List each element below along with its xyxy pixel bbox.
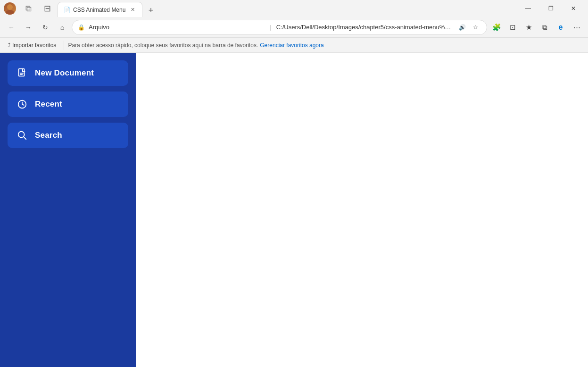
recent-label: Recent (35, 100, 62, 109)
protocol-label: Arquivo (89, 24, 265, 31)
search-label: Search (35, 131, 62, 140)
search-icon (16, 129, 28, 142)
svg-point-0 (7, 4, 13, 10)
edge-icon[interactable]: e (553, 20, 568, 35)
active-tab[interactable]: 📄 CSS Animated Menu ✕ (58, 2, 142, 17)
profile-avatar[interactable] (4, 2, 16, 15)
favorites-separator (64, 41, 64, 50)
menu-item-new-document[interactable]: New Document (8, 60, 128, 86)
svg-point-1 (6, 10, 14, 15)
security-icon: 🔒 (78, 24, 85, 31)
url-text: C:/Users/Dell/Desktop/Images/chapter5/cs… (276, 24, 453, 31)
favorites-info-text: Para obter acesso rápido, coloque seus f… (68, 42, 258, 49)
tab-bar: 📄 CSS Animated Menu ✕ + (58, 0, 513, 17)
minimize-button[interactable]: — (517, 0, 539, 17)
title-bar: ⧉ ⊟ 📄 CSS Animated Menu ✕ + — ❐ ✕ (0, 0, 588, 17)
maximize-button[interactable]: ❐ (540, 0, 562, 17)
split-screen-icon[interactable]: ⊡ (505, 20, 520, 35)
title-bar-left: ⧉ ⊟ (4, 2, 54, 15)
new-tab-button[interactable]: + (144, 4, 157, 17)
address-bar-icons: 🔊 ☆ (456, 22, 481, 33)
browser-window: ⧉ ⊟ 📄 CSS Animated Menu ✕ + — ❐ ✕ ← → ↻ … (0, 0, 588, 367)
page-content: New Document Recent (0, 53, 588, 367)
address-bar[interactable]: 🔒 Arquivo | C:/Users/Dell/Desktop/Images… (72, 20, 487, 35)
tab-favicon: 📄 (64, 7, 70, 13)
window-controls: — ❐ ✕ (517, 0, 584, 17)
read-aloud-icon[interactable]: 🔊 (456, 22, 468, 33)
vertical-tabs-icon[interactable]: ⊟ (41, 2, 54, 15)
browser-toolbar-icons: 🧩 ⊡ ★ ⧉ e ⋯ (489, 20, 584, 35)
new-document-label: New Document (35, 68, 94, 78)
import-icon: ⤴ (8, 42, 10, 49)
nav-bar: ← → ↻ ⌂ 🔒 Arquivo | C:/Users/Dell/Deskto… (0, 17, 588, 38)
collections-toolbar-icon[interactable]: ⧉ (537, 20, 552, 35)
import-favorites-button[interactable]: ⤴ Importar favoritos (4, 40, 60, 50)
more-options-button[interactable]: ⋯ (569, 20, 584, 35)
manage-favorites-link[interactable]: Gerenciar favoritos agora (260, 42, 323, 49)
svg-line-7 (24, 137, 26, 139)
favorites-bar: ⤴ Importar favoritos Para obter acesso r… (0, 38, 588, 53)
main-content (136, 53, 588, 367)
extensions-icon[interactable]: 🧩 (489, 20, 504, 35)
import-favorites-label: Importar favoritos (12, 42, 56, 49)
tab-close-button[interactable]: ✕ (129, 6, 136, 14)
sidebar: New Document Recent (0, 53, 136, 367)
new-document-icon (16, 67, 28, 79)
collections-icon[interactable]: ⧉ (22, 2, 35, 15)
recent-icon (16, 98, 28, 110)
svg-rect-2 (19, 69, 25, 76)
refresh-button[interactable]: ↻ (38, 20, 53, 35)
home-button[interactable]: ⌂ (55, 20, 70, 35)
tab-title: CSS Animated Menu (73, 7, 125, 13)
menu-item-search[interactable]: Search (8, 123, 128, 148)
favorites-toolbar-icon[interactable]: ★ (521, 20, 536, 35)
back-button[interactable]: ← (4, 20, 19, 35)
favorites-icon[interactable]: ☆ (470, 22, 481, 33)
forward-button[interactable]: → (21, 20, 36, 35)
close-button[interactable]: ✕ (563, 0, 584, 17)
menu-item-recent[interactable]: Recent (8, 92, 128, 117)
